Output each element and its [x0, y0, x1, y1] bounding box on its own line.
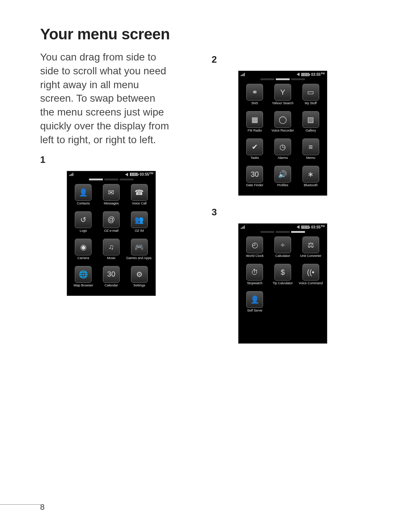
app-fm-radio[interactable]: ▦FM Radio: [242, 111, 268, 136]
app-camera[interactable]: ◉Camera: [70, 239, 97, 263]
battery-icon: [130, 173, 138, 176]
app-icon: ◷: [274, 138, 291, 155]
app-icon: ∗: [302, 166, 319, 183]
sound-icon: [125, 173, 128, 176]
app-label: Yahoo! Search: [270, 102, 296, 108]
page-indicator: [67, 179, 155, 180]
screen-number-1: 1: [40, 154, 182, 165]
phone-screen-3: 03:55PM◴World Clock÷Calculator⚖Unit Conv…: [212, 223, 354, 344]
app-bluetooth[interactable]: ∗Bluetooth: [297, 166, 324, 190]
app-messages[interactable]: ✉Messages: [98, 184, 125, 208]
app-settings[interactable]: ⚙Settings: [126, 266, 152, 290]
app-icon: ◴: [246, 236, 263, 253]
app-voice-recorder[interactable]: ◯Voice Recorder: [270, 111, 296, 136]
battery-icon: [301, 73, 309, 76]
app-icon: ▨: [302, 111, 319, 128]
app-icon: @: [103, 211, 120, 228]
app-games-and-apps-[interactable]: 🎮Games and Apps.: [126, 239, 152, 263]
sound-icon: [297, 73, 300, 76]
app-label: Gallery: [297, 129, 324, 136]
app-icon: ☎: [131, 184, 148, 201]
app-icon: 30: [103, 266, 120, 283]
app-label: Bluetooth: [297, 184, 324, 190]
app-logs[interactable]: ↺Logs: [70, 211, 97, 236]
app-label: FM Radio: [242, 129, 268, 136]
status-time: 03:55PM: [311, 225, 325, 229]
page-indicator: [239, 78, 327, 80]
app-music[interactable]: ♫Music: [98, 239, 125, 263]
app-label: World Clock: [242, 254, 268, 261]
app-unit-converter[interactable]: ⚖Unit Converter: [297, 236, 324, 261]
status-bar: 03:55PM: [239, 224, 327, 230]
app-tip-calculator[interactable]: $Tip Calculator: [270, 264, 296, 288]
app-icon: 30: [246, 166, 263, 183]
app-date-finder[interactable]: 30Date Finder: [242, 166, 268, 190]
signal-icon: [241, 226, 245, 229]
sound-icon: [297, 225, 300, 229]
app-icon: ▭: [302, 84, 319, 101]
app-icon: ✉: [103, 184, 120, 201]
app-label: Settings: [126, 284, 152, 290]
screen-number-3: 3: [212, 207, 354, 218]
app-label: Voice Call: [126, 202, 152, 208]
app-yahoo-search[interactable]: YYahoo! Search: [270, 84, 296, 108]
app-label: Voice Command: [297, 282, 324, 288]
app-memo[interactable]: ≡Memo: [297, 138, 324, 163]
app-oz-im[interactable]: 👥OZ IM: [126, 211, 152, 236]
app-label: Tip Calculator: [270, 282, 296, 288]
app-label: OZ IM: [126, 229, 152, 236]
status-time: 03:55PM: [140, 172, 153, 176]
app-icon: ⏱: [246, 264, 263, 281]
app-icon: ▦: [246, 111, 263, 128]
status-time: 03:55PM: [311, 72, 325, 77]
app-label: Music: [98, 257, 125, 263]
signal-icon: [69, 173, 73, 176]
app-label: OZ e-mail: [98, 229, 125, 236]
app-calculator[interactable]: ÷Calculator: [270, 236, 296, 261]
battery-icon: [301, 226, 309, 229]
app-tasks[interactable]: ✔Tasks: [242, 138, 268, 163]
app-icon: ◯: [274, 111, 291, 128]
app-my-stuff[interactable]: ▭My Stuff: [297, 84, 324, 108]
app-icon: ⚭: [246, 84, 263, 101]
app-icon: 🔊: [274, 166, 291, 183]
app-voice-call[interactable]: ☎Voice Call: [126, 184, 152, 208]
app-label: Profiles: [270, 184, 296, 190]
page-indicator: [239, 231, 327, 233]
app-label: Unit Converter: [297, 254, 324, 261]
app-gallery[interactable]: ▨Gallery: [297, 111, 324, 136]
app-profiles[interactable]: 🔊Profiles: [270, 166, 296, 190]
app-wap-browser[interactable]: 🌐Wap Browser: [70, 266, 97, 290]
app-icon: ◉: [75, 239, 92, 255]
app-icon: 🌐: [75, 266, 92, 283]
app-oz-e-mail[interactable]: @OZ e-mail: [98, 211, 125, 236]
app-stopwatch[interactable]: ⏱Stopwatch: [242, 264, 268, 288]
app-calendar[interactable]: 30Calendar: [98, 266, 125, 290]
app-icon: ⚙: [131, 266, 148, 283]
app-label: Tasks: [242, 156, 268, 163]
app-label: SNS: [242, 102, 268, 108]
app-sns[interactable]: ⚭SNS: [242, 84, 268, 108]
signal-icon: [241, 73, 245, 76]
app-label: My Stuff: [297, 102, 324, 108]
app-label: Calendar: [98, 284, 125, 290]
app-grid: 👤Contacts✉Messages☎Voice Call↺Logs@OZ e-…: [67, 183, 155, 296]
app-label: Contacts: [70, 202, 97, 208]
screen-number-2: 2: [212, 54, 354, 65]
app-icon: 👤: [246, 291, 263, 308]
status-bar: 03:55PM: [67, 171, 155, 178]
app-grid: ⚭SNSYYahoo! Search▭My Stuff▦FM Radio◯Voi…: [239, 82, 327, 195]
app-icon: $: [274, 264, 291, 281]
status-bar: 03:55PM: [239, 71, 327, 78]
app-icon: 🎮: [131, 239, 148, 255]
app-label: Alarms: [270, 156, 296, 163]
app-contacts[interactable]: 👤Contacts: [70, 184, 97, 208]
app-label: Games and Apps.: [126, 257, 152, 263]
app-self-serve[interactable]: 👤Self Serve: [242, 291, 268, 316]
app-label: Voice Recorder: [270, 129, 296, 136]
app-world-clock[interactable]: ◴World Clock: [242, 236, 268, 261]
app-icon: ≡: [302, 138, 319, 155]
app-voice-command[interactable]: ((•Voice Command: [297, 264, 324, 288]
intro-paragraph: You can drag from side to side to scroll…: [40, 50, 171, 147]
app-alarms[interactable]: ◷Alarms: [270, 138, 296, 163]
